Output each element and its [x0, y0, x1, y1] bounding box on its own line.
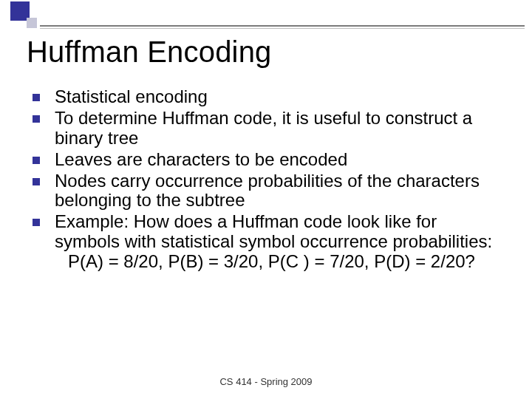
example-probabilities: P(A) = 8/20, P(B) = 3/20, P(C ) = 7/20, …: [55, 252, 502, 272]
bullet-list-1: Statistical encoding To determine Huffma…: [30, 87, 502, 211]
slide-footer: CS 414 - Spring 2009: [0, 376, 532, 387]
bullet-list-2: Example: How does a Huffman code look li…: [30, 212, 502, 272]
bullet-text: Leaves are characters to be encoded: [55, 149, 347, 169]
bullet-item: Leaves are characters to be encoded: [30, 150, 502, 170]
header-decoration: [0, 0, 532, 34]
slide: Huffman Encoding Statistical encoding To…: [0, 0, 532, 399]
slide-title: Huffman Encoding: [27, 35, 510, 69]
bullet-item: To determine Huffman code, it is useful …: [30, 109, 502, 149]
deco-square-small: [27, 18, 37, 28]
bullet-item: Nodes carry occurrence probabilities of …: [30, 171, 502, 211]
bullet-text: Statistical encoding: [55, 86, 208, 106]
bullet-item: Statistical encoding: [30, 87, 502, 107]
deco-rule-bottom: [40, 28, 525, 29]
bullet-text: Nodes carry occurrence probabilities of …: [55, 171, 480, 211]
deco-rule-top: [40, 25, 525, 27]
bullet-item-example: Example: How does a Huffman code look li…: [30, 212, 502, 272]
example-intro: Example: How does a Huffman code look li…: [55, 211, 492, 251]
slide-body: Statistical encoding To determine Huffma…: [30, 87, 502, 273]
bullet-text: To determine Huffman code, it is useful …: [55, 108, 472, 148]
deco-square-large: [10, 1, 30, 21]
